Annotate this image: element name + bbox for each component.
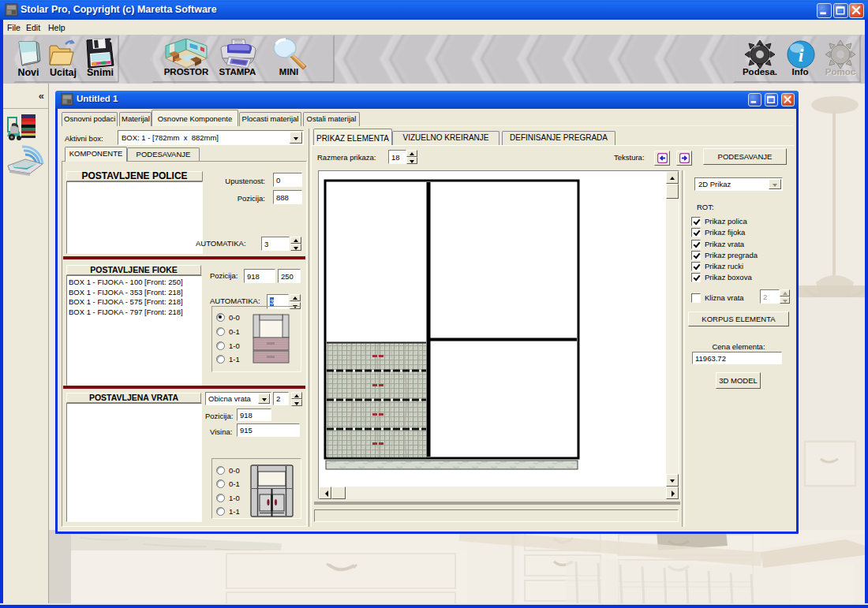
svg-text:i: i [799, 45, 804, 65]
